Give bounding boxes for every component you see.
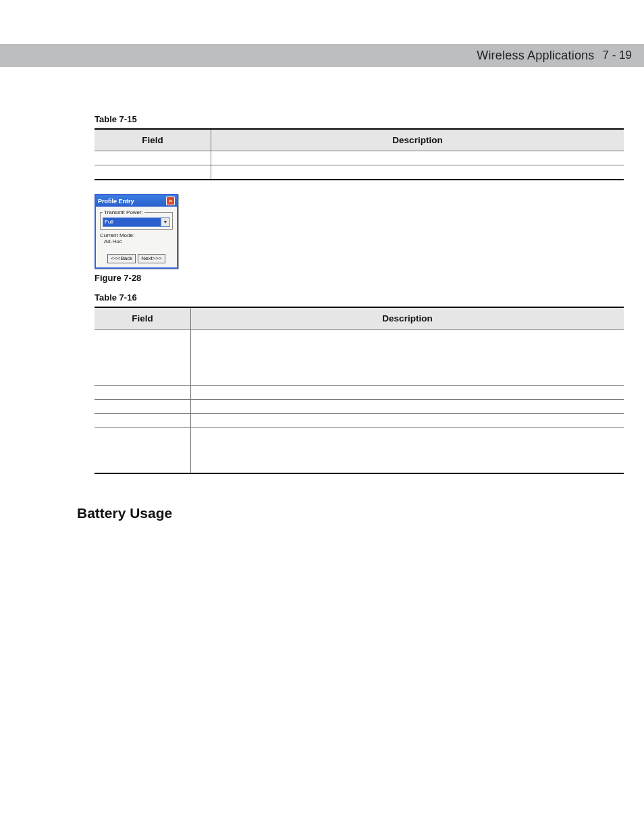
- table-cell-desc: [191, 414, 624, 428]
- table-cell-field: [95, 151, 211, 165]
- figure-28-caption: Figure 7-28: [95, 273, 624, 283]
- next-button[interactable]: Next>>>: [138, 254, 165, 263]
- figure-28-titlebar: Profile Entry ×: [96, 195, 177, 207]
- table-cell-field: [95, 165, 211, 180]
- table-row: [95, 386, 624, 400]
- close-icon[interactable]: ×: [166, 197, 175, 205]
- table-15-header-field: Field: [95, 129, 211, 151]
- table-cell-field: [95, 414, 191, 428]
- chapter-title: Wireless Applications: [477, 49, 594, 63]
- table-cell-field: [95, 386, 191, 400]
- back-button[interactable]: <<<Back: [107, 254, 136, 263]
- current-mode-label: Current Mode:: [100, 232, 173, 238]
- figure-28-window-title: Profile Entry: [98, 198, 134, 205]
- chevron-down-icon[interactable]: ▼: [161, 218, 169, 226]
- table-cell-field: [95, 428, 191, 474]
- table-cell-desc: [211, 151, 624, 165]
- figure-28-window: Profile Entry × Transmit Power: Full ▼ C…: [95, 194, 178, 269]
- transmit-power-group: Transmit Power: Full ▼: [100, 209, 173, 230]
- table-15-header-desc: Description: [211, 129, 624, 151]
- figure-28-caption-strong: Figure 7-28: [95, 273, 141, 283]
- table-cell-desc: [191, 330, 624, 386]
- page-number: 7 - 19: [603, 49, 632, 62]
- table-row: [95, 151, 624, 165]
- table-row: [95, 165, 624, 180]
- table-cell-desc: [191, 386, 624, 400]
- table-15-caption: Table 7-15: [95, 114, 624, 124]
- table-15: Field Description: [95, 128, 624, 180]
- table-16-header-desc: Description: [191, 307, 624, 330]
- table-row: [95, 414, 624, 428]
- section-heading-battery-usage: Battery Usage: [77, 505, 624, 521]
- page-header-bar: Wireless Applications 7 - 19: [0, 44, 644, 67]
- table-16-caption: Table 7-16: [95, 292, 624, 303]
- next-button-label: Next>>>: [141, 255, 161, 261]
- back-button-label: <<<Back: [111, 255, 132, 261]
- transmit-power-value: Full: [103, 218, 161, 226]
- table-cell-desc: [191, 400, 624, 414]
- table-cell-field: [95, 400, 191, 414]
- table-cell-desc: [211, 165, 624, 180]
- table-cell-desc: [191, 428, 624, 474]
- table-cell-field: [95, 330, 191, 386]
- figure-28-body: Transmit Power: Full ▼ Current Mode: Ad-…: [96, 207, 177, 267]
- table-row: [95, 330, 624, 386]
- page-body: Table 7-15 Field Description Profile Ent…: [0, 67, 644, 555]
- table-16: Field Description: [95, 307, 624, 474]
- table-16-header-field: Field: [95, 307, 191, 330]
- table-15-caption-strong: Table 7-15: [95, 114, 137, 124]
- transmit-power-dropdown[interactable]: Full ▼: [103, 217, 170, 227]
- current-mode-value: Ad-Hoc: [100, 238, 173, 244]
- table-row: [95, 400, 624, 414]
- figure-28-button-row: <<<Back Next>>>: [100, 254, 173, 263]
- transmit-power-legend: Transmit Power:: [103, 209, 144, 215]
- top-margin: [0, 0, 644, 44]
- table-16-caption-strong: Table 7-16: [95, 292, 137, 303]
- table-row: [95, 428, 624, 474]
